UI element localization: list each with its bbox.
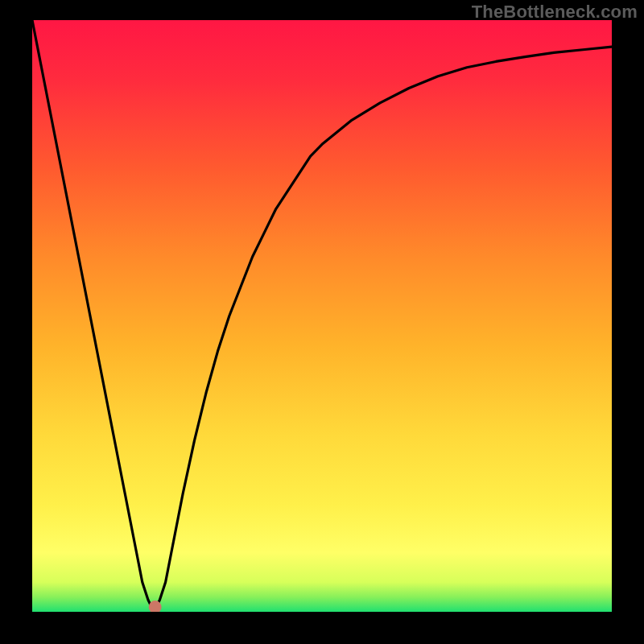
gradient-background xyxy=(32,20,612,612)
watermark-text: TheBottleneck.com xyxy=(472,2,638,23)
chart-frame: TheBottleneck.com xyxy=(0,0,644,644)
plot-area xyxy=(32,20,612,612)
chart-svg xyxy=(32,20,612,612)
